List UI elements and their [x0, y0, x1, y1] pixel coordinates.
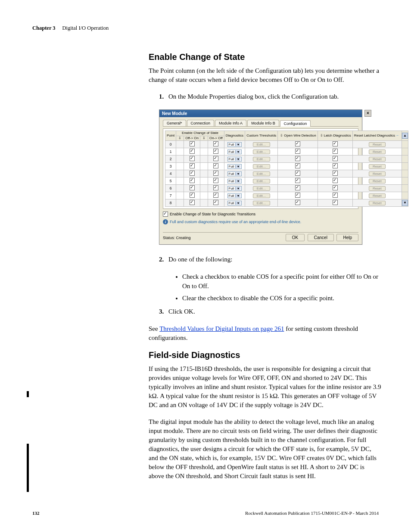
cell-latch[interactable]: [318, 170, 352, 177]
cell-on-off[interactable]: [208, 170, 224, 177]
table-row: 3Full▼Edit…Reset: [165, 163, 408, 170]
tab-module-info-b[interactable]: Module Info B: [247, 120, 279, 126]
cell-off-on[interactable]: [184, 199, 200, 207]
cell-diag[interactable]: Full▼: [224, 185, 245, 192]
ok-button[interactable]: OK: [286, 234, 305, 241]
cos-diag-checkbox[interactable]: [163, 212, 168, 217]
cancel-button[interactable]: Cancel: [308, 234, 334, 241]
cell-off-on[interactable]: [184, 148, 200, 156]
cell-open-wire[interactable]: [278, 156, 318, 163]
scrollbar-track[interactable]: [402, 170, 408, 177]
cell-edit[interactable]: Edit…: [245, 185, 278, 192]
tab-module-info-a[interactable]: Module Info A: [215, 120, 246, 126]
scrollbar[interactable]: ▲: [402, 131, 408, 141]
cell-reset[interactable]: Reset: [352, 177, 402, 185]
dialog-title: New Module: [162, 111, 187, 116]
cell-edit[interactable]: Edit…: [245, 156, 278, 163]
cell-off-on[interactable]: [184, 177, 200, 185]
cell-open-wire[interactable]: [278, 141, 318, 148]
section-heading-cos: Enable Change of State: [149, 52, 381, 62]
cell-off-on[interactable]: [184, 141, 200, 148]
close-icon[interactable]: ×: [364, 110, 371, 117]
cell-diag[interactable]: Full▼: [224, 192, 245, 199]
info-note: Full and custom diagnostics require use …: [170, 220, 301, 224]
scrollbar-track[interactable]: [402, 156, 408, 163]
cell-diag[interactable]: Full▼: [224, 170, 245, 177]
cell-latch[interactable]: [318, 148, 352, 156]
cell-diag[interactable]: Full▼: [224, 177, 245, 185]
cell-on-off[interactable]: [208, 163, 224, 170]
cell-reset[interactable]: Reset: [352, 170, 402, 177]
cell-open-wire[interactable]: [278, 199, 318, 207]
cell-diag[interactable]: Full▼: [224, 141, 245, 148]
cell-on-off[interactable]: [208, 148, 224, 156]
col-hdr-icon[interactable]: ⇩: [200, 136, 208, 141]
cell-on-off[interactable]: [208, 192, 224, 199]
cell-open-wire[interactable]: [278, 192, 318, 199]
cell-spacer: [176, 141, 184, 148]
cell-on-off[interactable]: [208, 177, 224, 185]
col-hdr-icon[interactable]: ⇩: [176, 136, 184, 141]
cell-spacer: [176, 177, 184, 185]
tab-general[interactable]: General*: [163, 120, 186, 126]
info-row: i Full and custom diagnostics require us…: [163, 219, 358, 224]
cell-reset[interactable]: Reset: [352, 163, 402, 170]
cell-reset[interactable]: Reset: [352, 148, 402, 156]
cell-edit[interactable]: Edit…: [245, 141, 278, 148]
scrollbar-track[interactable]: [402, 163, 408, 170]
cell-reset[interactable]: Reset: [352, 141, 402, 148]
tab-configuration[interactable]: Configuration: [280, 120, 311, 127]
col-custom-thresholds: Custom Thresholds: [245, 131, 278, 141]
cell-latch[interactable]: [318, 199, 352, 207]
cell-open-wire[interactable]: [278, 148, 318, 156]
cell-diag[interactable]: Full▼: [224, 163, 245, 170]
cell-diag[interactable]: Full▼: [224, 156, 245, 163]
cell-latch[interactable]: [318, 163, 352, 170]
cell-point: 1: [165, 148, 176, 156]
table-row: 1Full▼Edit…Reset: [165, 148, 408, 156]
cell-off-on[interactable]: [184, 185, 200, 192]
cell-edit[interactable]: Edit…: [245, 192, 278, 199]
cell-latch[interactable]: [318, 156, 352, 163]
scrollbar-track[interactable]: [402, 141, 408, 148]
cell-latch[interactable]: [318, 192, 352, 199]
cell-latch[interactable]: [318, 177, 352, 185]
cell-reset[interactable]: Reset: [352, 199, 402, 207]
cell-point: 7: [165, 192, 176, 199]
scrollbar[interactable]: ▼: [402, 199, 408, 207]
help-button[interactable]: Help: [336, 234, 358, 241]
cell-open-wire[interactable]: [278, 177, 318, 185]
tab-connection[interactable]: Connection: [187, 120, 215, 126]
step-1: 1. On the Module Properties dialog box, …: [159, 92, 381, 102]
cell-edit[interactable]: Edit…: [245, 163, 278, 170]
cell-off-on[interactable]: [184, 192, 200, 199]
cell-diag[interactable]: Full▼: [224, 199, 245, 207]
scrollbar-track[interactable]: [402, 148, 408, 156]
cell-diag[interactable]: Full▼: [224, 148, 245, 156]
cell-on-off[interactable]: [208, 199, 224, 207]
cell-spacer: [200, 177, 208, 185]
scrollbar-track[interactable]: [402, 185, 408, 192]
cell-open-wire[interactable]: [278, 170, 318, 177]
cell-edit[interactable]: Edit…: [245, 170, 278, 177]
cell-edit[interactable]: Edit…: [245, 148, 278, 156]
cell-on-off[interactable]: [208, 141, 224, 148]
cell-latch[interactable]: [318, 141, 352, 148]
cell-spacer: [176, 199, 184, 207]
cell-reset[interactable]: Reset: [352, 156, 402, 163]
cell-off-on[interactable]: [184, 170, 200, 177]
threshold-link[interactable]: Threshold Values for Digital Inputs on p…: [159, 325, 284, 332]
cell-latch[interactable]: [318, 185, 352, 192]
cell-open-wire[interactable]: [278, 163, 318, 170]
cell-edit[interactable]: Edit…: [245, 177, 278, 185]
cell-open-wire[interactable]: [278, 185, 318, 192]
cell-edit[interactable]: Edit…: [245, 199, 278, 207]
cell-reset[interactable]: Reset: [352, 185, 402, 192]
cell-off-on[interactable]: [184, 156, 200, 163]
scrollbar-track[interactable]: [402, 177, 408, 185]
cell-off-on[interactable]: [184, 163, 200, 170]
cell-on-off[interactable]: [208, 156, 224, 163]
cell-on-off[interactable]: [208, 185, 224, 192]
scrollbar-track[interactable]: [402, 192, 408, 199]
cell-reset[interactable]: Reset: [352, 192, 402, 199]
